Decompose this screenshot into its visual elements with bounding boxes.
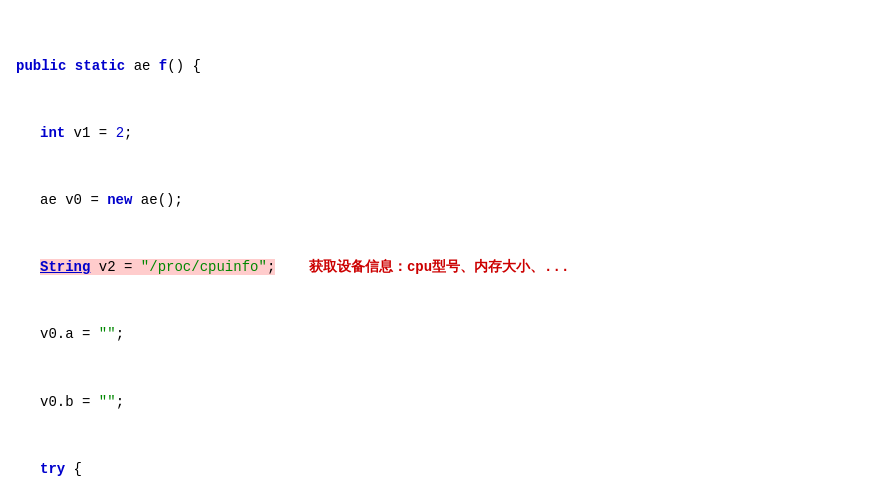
code-viewer: public static ae f() { int v1 = 2; ae v0… <box>16 10 863 500</box>
line-3: ae v0 = new ae(); <box>40 189 863 211</box>
line-5: v0.a = ""; <box>40 323 863 345</box>
keyword-new-1: new <box>107 192 132 208</box>
keyword-try: try <box>40 461 65 477</box>
string-cpuinfo: "/proc/cpuinfo" <box>141 259 267 275</box>
type-string-1: String <box>40 259 90 275</box>
line-1: public static ae f() { <box>16 55 863 77</box>
keyword-public: public <box>16 58 66 74</box>
line-2: int v1 = 2; <box>40 122 863 144</box>
annotation-text: 获取设备信息：cpu型号、内存大小、... <box>309 259 569 275</box>
number-2: 2 <box>116 125 124 141</box>
line-6: v0.b = ""; <box>40 391 863 413</box>
line-4-highlighted: String v2 = "/proc/cpuinfo"; 获取设备信息：cpu型… <box>40 256 863 278</box>
string-empty-2: "" <box>99 394 116 410</box>
type-int: int <box>40 125 65 141</box>
string-empty-1: "" <box>99 326 116 342</box>
keyword-static: static <box>75 58 125 74</box>
keyword-f: f <box>159 58 167 74</box>
line-7: try { <box>40 458 863 480</box>
